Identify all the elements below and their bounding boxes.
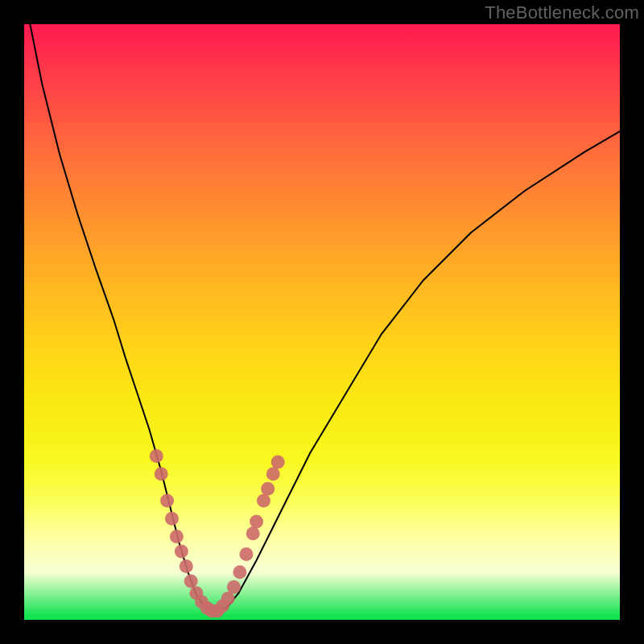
highlight-dot bbox=[165, 512, 179, 526]
highlight-dot bbox=[240, 547, 254, 561]
highlight-dot bbox=[250, 514, 263, 528]
highlight-dot bbox=[257, 494, 270, 508]
highlight-dot bbox=[180, 559, 193, 573]
highlight-dot bbox=[175, 544, 188, 558]
watermark-text: TheBottleneck.com bbox=[485, 2, 639, 23]
highlight-dot bbox=[227, 580, 241, 594]
plot-area bbox=[24, 24, 620, 620]
highlight-dot bbox=[261, 482, 275, 496]
highlight-dot bbox=[266, 467, 280, 481]
highlight-dot bbox=[150, 449, 163, 463]
chart-svg bbox=[24, 24, 620, 620]
chart-frame: TheBottleneck.com bbox=[0, 0, 644, 644]
bottleneck-curve bbox=[24, 24, 620, 612]
highlight-dots bbox=[150, 449, 285, 617]
highlight-dot bbox=[184, 574, 198, 588]
highlight-dot bbox=[170, 530, 184, 543]
highlight-dot bbox=[246, 526, 260, 540]
highlight-dot bbox=[233, 565, 246, 579]
highlight-dot bbox=[155, 467, 168, 481]
highlight-dot bbox=[160, 494, 174, 508]
highlight-dot bbox=[271, 455, 285, 469]
